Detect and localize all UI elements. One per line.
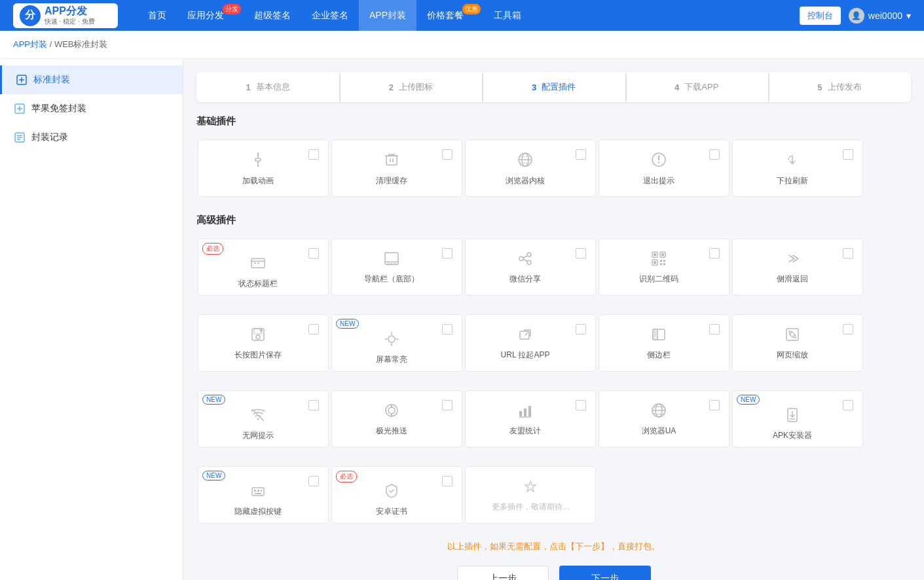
plugin-load-animation[interactable]: 加载动画 [198,139,329,197]
plugin-browser-ua-icon [650,402,667,422]
plugin-page-zoom-checkbox[interactable] [843,324,853,335]
plugin-no-network-tip-checkbox[interactable] [308,400,319,410]
nav-item-distribution[interactable]: 应用分发 分发 [177,0,244,31]
plugin-browser-core-checkbox[interactable] [576,149,586,160]
plugin-pull-refresh-inner: 下拉刷新 [742,151,843,187]
svg-line-18 [523,259,527,261]
plugin-wechat-share[interactable]: 微信分享 [465,238,596,296]
plugin-slide-back-checkbox[interactable] [843,248,853,259]
sidebar-label-standard: 标准封装 [33,74,70,86]
plugin-screen-on[interactable]: NEW 屏幕常亮 [331,314,462,372]
nav-item-toolbox[interactable]: 工具箱 [483,0,532,31]
plugin-slide-back-label: 侧滑返回 [777,274,808,285]
plugin-hide-virtual-key[interactable]: NEW 隐藏虚拟按键 [198,466,329,524]
svg-point-14 [519,257,523,261]
plugin-wechat-share-checkbox[interactable] [576,248,586,259]
svg-rect-59 [254,490,256,492]
plugin-qrcode[interactable]: 识别二维码 [599,238,730,296]
plugin-exit-tip-inner: 退出提示 [608,151,709,187]
plugin-bottom-nav-icon [383,250,400,270]
plugin-status-bar-checkbox[interactable] [308,248,319,259]
plugin-status-bar[interactable]: 必选 状态标题栏 [198,238,329,296]
plugin-bottom-nav[interactable]: 导航栏（底部） [331,238,462,296]
next-button[interactable]: 下一步 [559,566,651,580]
plugin-slide-back-inner: 侧滑返回 [742,250,843,285]
sidebar-item-standard-package[interactable]: 标准封装 [0,65,183,94]
plugin-pull-refresh-checkbox[interactable] [843,149,853,160]
distribution-badge: 分发 [223,4,241,14]
logo-icon: 分 [20,5,41,26]
plugin-long-press-save[interactable]: 长按图片保存 [198,314,329,372]
user-info[interactable]: 👤 wei0000 ▾ [849,8,911,24]
plugin-browser-ua[interactable]: 浏览器UA [599,390,730,448]
plugin-sidebar-checkbox[interactable] [709,324,720,335]
step-5-num: 5 [817,82,822,92]
plugin-wechat-share-inner: 微信分享 [475,250,576,285]
plugin-pull-refresh[interactable]: 下拉刷新 [732,139,863,197]
plugin-url-launch[interactable]: URL 拉起APP [465,314,596,372]
plugin-bottom-nav-checkbox[interactable] [442,248,453,259]
plugin-hide-virtual-key-checkbox[interactable] [308,476,319,486]
sidebar-item-package-record[interactable]: 封装记录 [0,123,183,152]
plugin-clear-cache-checkbox[interactable] [442,149,453,160]
plugin-exit-tip-checkbox[interactable] [709,149,720,160]
plugin-clear-cache[interactable]: 清理缓存 [331,139,462,197]
control-panel-button[interactable]: 控制台 [800,7,841,25]
nav-item-enterprise-sign[interactable]: 企业签名 [301,0,359,31]
plugin-long-press-save-icon [249,326,267,346]
plugin-no-network-tip[interactable]: NEW 无网提示 [198,390,329,448]
advanced-plugins-row3: NEW 无网提示 极光推送 [196,389,911,449]
svg-rect-62 [255,493,261,494]
sidebar-item-apple-sign[interactable]: 苹果免签封装 [0,94,183,123]
plugin-exit-tip[interactable]: 退出提示 [599,139,730,197]
nav-item-pricing[interactable]: 价格套餐 优惠 [416,0,483,31]
plugin-bottom-nav-inner: 导航栏（底部） [341,250,442,285]
svg-point-42 [790,333,794,336]
svg-point-11 [388,263,389,264]
plugin-screen-on-inner: 屏幕常亮 [341,331,442,365]
badge-required-android-cert: 必选 [336,471,357,482]
plugin-slide-back[interactable]: 侧滑返回 [732,238,863,296]
svg-point-32 [256,335,260,339]
sidebar: 标准封装 苹果免签封装 封装记录 [0,59,183,580]
logo: 分 APP分发 快速 · 稳定 · 免费 [13,3,118,28]
plugin-screen-on-checkbox[interactable] [442,324,453,335]
plugin-aurora-push[interactable]: 极光推送 [331,390,462,448]
nav-item-app-package[interactable]: APP封装 [359,0,416,31]
plugin-umeng-stats[interactable]: 友盟统计 [465,390,596,448]
plugin-browser-core[interactable]: 浏览器内核 [465,139,596,197]
svg-rect-61 [261,490,262,492]
pricing-badge: 优惠 [462,4,481,14]
plugin-apk-installer-checkbox[interactable] [843,400,853,410]
svg-rect-3 [255,158,261,161]
sidebar-label-apple: 苹果免签封装 [31,103,86,115]
user-avatar: 👤 [849,8,864,24]
advanced-plugins-title: 高级插件 [196,214,911,227]
nav-item-super-sign[interactable]: 超级签名 [244,0,301,31]
plugin-slide-back-icon [784,250,801,270]
nav-item-home[interactable]: 首页 [138,0,177,31]
plugin-android-cert-checkbox[interactable] [442,476,453,486]
plugin-apk-installer[interactable]: NEW APK安装器 [732,390,863,448]
plugin-long-press-save-checkbox[interactable] [308,324,319,335]
plugin-browser-ua-label: 浏览器UA [642,426,676,437]
step-3-num: 3 [532,82,536,92]
plugin-sidebar[interactable]: 侧边栏 [599,314,730,372]
plugin-aurora-push-checkbox[interactable] [442,400,453,410]
plugin-browser-ua-checkbox[interactable] [709,400,720,410]
plugin-browser-core-inner: 浏览器内核 [475,151,576,187]
plugin-exit-tip-label: 退出提示 [643,175,675,187]
plugin-umeng-stats-inner: 友盟统计 [475,402,576,437]
prev-button[interactable]: 上一步 [457,566,549,580]
plugin-pull-refresh-label: 下拉刷新 [777,175,808,187]
plugin-android-cert[interactable]: 必选 安卓证书 [331,466,462,524]
plugin-url-launch-checkbox[interactable] [576,324,586,335]
plugin-page-zoom[interactable]: 网页缩放 [732,314,863,372]
svg-point-12 [391,263,392,264]
basic-plugins-section: 基础插件 加载动画 清理缓存 [196,115,911,580]
plugin-qrcode-checkbox[interactable] [709,248,720,259]
breadcrumb-parent[interactable]: APP封装 [13,39,47,49]
plugin-load-animation-checkbox[interactable] [308,149,319,160]
plugin-umeng-stats-checkbox[interactable] [576,400,586,410]
plugin-no-network-tip-icon [249,407,267,426]
